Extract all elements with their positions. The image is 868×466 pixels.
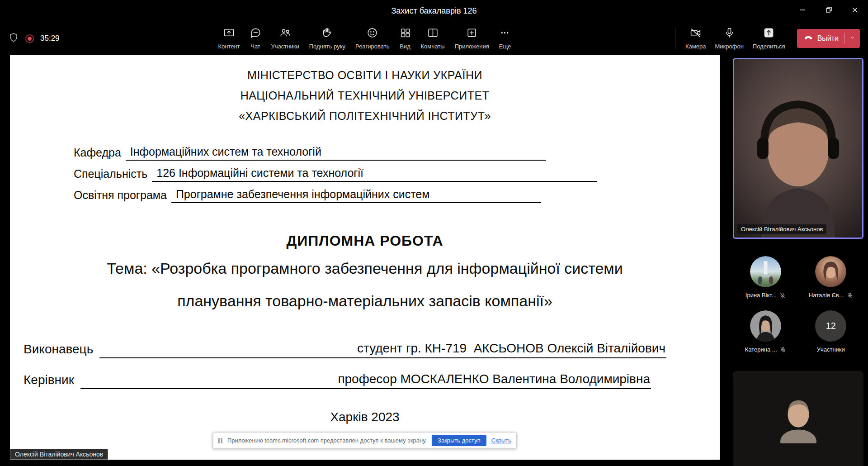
minimize-icon (799, 6, 806, 15)
camera-button[interactable]: Камера (681, 25, 710, 52)
share-tray-button[interactable]: Поделиться (748, 25, 790, 52)
field-department-label: Кафедра (74, 146, 121, 161)
more-button[interactable]: Еще (495, 25, 515, 52)
minimize-button[interactable] (789, 0, 816, 22)
camera-button-label: Камера (685, 43, 706, 50)
field-speciality-label: Спеціальність (74, 167, 147, 182)
field-program-value: Програмне забезпечення інформаційних сис… (171, 188, 541, 203)
bottom-video-tile[interactable] (733, 371, 863, 466)
hang-up-icon (803, 33, 813, 44)
leave-button[interactable]: Выйти (797, 29, 860, 48)
shared-document: МІНІСТЕРСТВО ОСВІТИ І НАУКИ УКРАЇНИ НАЦІ… (10, 55, 720, 460)
supervisor-value: професор МОСКАЛЕНКО Валентина Володимирі… (80, 372, 651, 389)
meeting-timer: 35:29 (40, 34, 60, 43)
view-button-label: Вид (400, 43, 410, 50)
react-smiley-icon (367, 27, 378, 40)
active-speaker-tile[interactable]: Олексій Віталійович Аксьонов (733, 58, 863, 239)
executor-value: студент гр. КН-719 АКСЬОНОВ Олексій Віта… (99, 341, 666, 358)
participant-name-row: Наталія Єв... (809, 292, 853, 299)
field-department-value: Інформаційних систем та технологій (126, 145, 546, 161)
rooms-icon (427, 27, 439, 40)
header-line-2: НАЦІОНАЛЬНИЙ ТЕХНІЧНИЙ УНІВЕРСИТЕТ (10, 86, 720, 106)
participant-name-row: Ірина Вікт... (745, 292, 786, 299)
microphone-icon (724, 27, 735, 40)
apps-button[interactable]: Приложения (450, 25, 494, 52)
supervisor-row: Керівник професор МОСКАЛЕНКО Валентина В… (24, 372, 651, 389)
executor-row: Виконавець студент гр. КН-719 АКСЬОНОВ О… (24, 341, 666, 358)
apps-plus-icon (466, 27, 477, 40)
participants-count-tile[interactable]: 12 Участники (815, 310, 846, 353)
executor-label: Виконавець (24, 342, 93, 358)
theme-line-2: планування товарно-матеріальних запасів … (10, 292, 720, 310)
field-department: Кафедра Інформаційних систем та технолог… (74, 139, 706, 161)
participants-button-label: Участники (271, 43, 299, 50)
grip-bars-icon (218, 438, 222, 443)
leave-button-label: Выйти (817, 34, 839, 43)
recording-indicator-icon (25, 34, 34, 43)
participant-name-iryna: Ірина Вікт... (745, 292, 777, 299)
hide-banner-link[interactable]: Скрыть (491, 437, 511, 444)
shared-screen-stage: МІНІСТЕРСТВО ОСВІТИ І НАУКИ УКРАЇНИ НАЦІ… (0, 55, 731, 466)
share-tray-icon (763, 27, 774, 40)
maximize-button[interactable] (816, 0, 842, 22)
city-year: Харків 2023 (10, 410, 720, 424)
raise-hand-button[interactable]: Поднять руку (305, 25, 350, 52)
avatar-kateryna (750, 310, 781, 342)
raise-hand-button-label: Поднять руку (309, 43, 345, 50)
participants-button[interactable]: Участники (267, 25, 304, 52)
microphone-button-label: Микрофон (715, 43, 743, 50)
avatar-iryna (750, 256, 781, 287)
apps-button-label: Приложения (455, 43, 489, 50)
view-button[interactable]: Вид (395, 25, 415, 52)
toolbar-right: Камера Микрофон Поделиться Выйти (670, 25, 860, 52)
more-button-label: Еще (499, 43, 511, 50)
participants-grid: Ірина Вікт... (733, 256, 863, 353)
leave-options-button[interactable] (844, 29, 860, 48)
restore-icon (825, 6, 832, 15)
participants-count-label: Участники (817, 346, 845, 353)
view-grid-icon (400, 27, 411, 40)
screen-share-message: Приложению teams.microsoft.com предостав… (227, 437, 427, 444)
window-controls (789, 0, 868, 22)
chat-icon (250, 27, 261, 40)
diploma-title: ДИПЛОМНА РОБОТА (10, 233, 720, 249)
titlebar: Захист бакалаврів 126 (0, 0, 868, 22)
react-button[interactable]: Реагировать (351, 25, 394, 52)
share-tray-button-label: Поделиться (753, 43, 785, 50)
document-header: МІНІСТЕРСТВО ОСВІТИ І НАУКИ УКРАЇНИ НАЦІ… (10, 65, 720, 126)
leave-button-main[interactable]: Выйти (797, 33, 844, 44)
field-speciality-value: 126 Інформаційні системи та технології (152, 166, 597, 182)
content-button[interactable]: Контент (213, 25, 244, 52)
header-line-3: «ХАРКІВСЬКИЙ ПОЛІТЕХНІЧНИЙ ІНСТИТУТ» (10, 106, 720, 126)
shield-icon (8, 32, 19, 45)
meeting-content: МІНІСТЕРСТВО ОСВІТИ І НАУКИ УКРАЇНИ НАЦІ… (0, 55, 868, 466)
share-content-icon (223, 27, 235, 40)
speaker-video (734, 59, 862, 238)
participant-name-row: Катерина ... (745, 346, 786, 353)
rooms-button[interactable]: Комнаты (416, 25, 449, 52)
participant-name-kateryna: Катерина ... (745, 346, 777, 353)
microphone-button[interactable]: Микрофон (710, 25, 748, 52)
stop-sharing-button[interactable]: Закрыть доступ (432, 435, 486, 446)
participants-icon (279, 27, 291, 40)
content-button-label: Контент (218, 43, 240, 50)
chevron-down-icon (849, 34, 855, 43)
toolbar-divider (675, 28, 675, 49)
rooms-button-label: Комнаты (421, 43, 445, 50)
react-button-label: Реагировать (355, 43, 389, 50)
mic-muted-icon (779, 292, 786, 299)
participant-tile-kateryna[interactable]: Катерина ... (745, 310, 786, 353)
video-sidebar: Олексій Віталійович Аксьонов (731, 55, 868, 466)
chat-button[interactable]: Чат (245, 25, 266, 52)
close-button[interactable] (842, 0, 868, 22)
participant-tile-iryna[interactable]: Ірина Вікт... (745, 256, 786, 299)
mic-muted-icon (780, 347, 786, 353)
field-program-label: Освітня програма (74, 189, 167, 203)
theme-line-1: Тема: «Розробка програмного забезпечення… (10, 260, 720, 277)
participant-tile-natalia[interactable]: Наталія Єв... (809, 256, 853, 299)
document-fields: Кафедра Інформаційних систем та технолог… (74, 139, 706, 203)
mic-muted-icon (847, 292, 853, 299)
participant-name-natalia: Наталія Єв... (809, 292, 844, 299)
close-icon (851, 6, 859, 15)
more-dots-icon (499, 27, 510, 40)
